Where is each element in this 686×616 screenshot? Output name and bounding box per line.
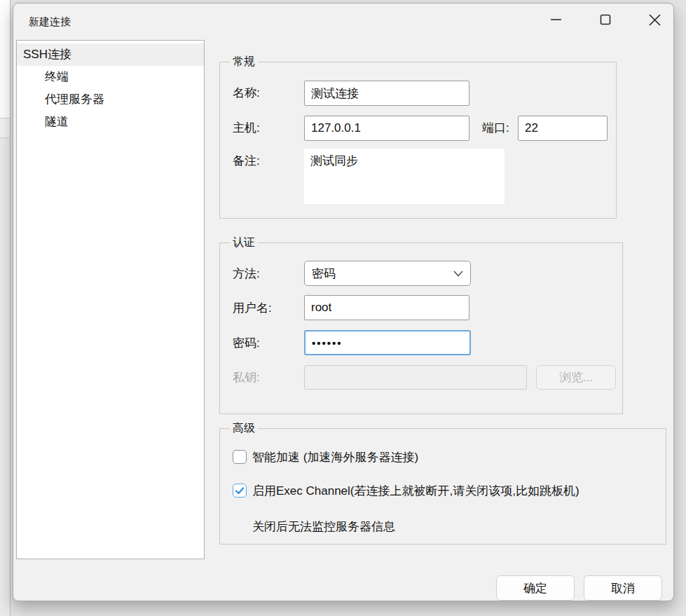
sidebar-item-tunnel[interactable]: 隧道 — [17, 111, 204, 133]
close-icon — [649, 14, 661, 26]
exec-channel-label: 启用Exec Channel(若连接上就被断开,请关闭该项,比如跳板机) — [252, 484, 579, 498]
sidebar-item-ssh-connection[interactable]: SSH连接 — [17, 43, 204, 66]
remark-label: 备注: — [233, 154, 260, 168]
minimize-icon — [551, 14, 562, 25]
minimize-button[interactable] — [540, 8, 572, 32]
background-window-segment — [0, 118, 10, 137]
advanced-group: 高级 智能加速 (加速海外服务器连接) 启用Exec Channel(若连接上就… — [219, 428, 666, 545]
dialog-title: 新建连接 — [29, 15, 71, 29]
port-label: 端口: — [482, 121, 509, 135]
name-label: 名称: — [233, 86, 260, 100]
background-window-segment — [0, 0, 10, 118]
sidebar-item-proxy-server[interactable]: 代理服务器 — [17, 88, 204, 111]
auth-method-value: 密码 — [312, 266, 336, 282]
smart-acceleration-checkbox[interactable] — [233, 450, 247, 464]
advanced-group-legend: 高级 — [230, 421, 258, 435]
auth-group-legend: 认证 — [230, 235, 258, 249]
auth-method-select[interactable]: 密码 — [304, 261, 471, 286]
privatekey-label: 私钥: — [233, 371, 260, 385]
cancel-button[interactable]: 取消 — [584, 575, 662, 601]
close-button[interactable] — [638, 8, 671, 32]
name-input[interactable] — [304, 81, 469, 106]
password-label: 密码: — [233, 336, 260, 350]
port-input[interactable] — [518, 116, 608, 141]
password-input[interactable] — [304, 330, 471, 355]
username-label: 用户名: — [233, 301, 272, 315]
sidebar-item-terminal[interactable]: 终端 — [17, 66, 204, 88]
maximize-icon — [600, 14, 611, 25]
checkmark-icon — [235, 486, 245, 495]
host-label: 主机: — [233, 121, 260, 135]
exec-channel-note: 关闭后无法监控服务器信息 — [252, 519, 395, 535]
general-group: 常规 名称: 主机: 端口: 备注: 测试同步 — [219, 62, 617, 219]
maximize-button[interactable] — [589, 8, 622, 32]
browse-button: 浏览... — [536, 365, 616, 390]
background-window-edge — [0, 0, 11, 616]
host-input[interactable] — [304, 116, 469, 141]
window-controls — [540, 8, 671, 32]
chevron-down-icon — [453, 271, 463, 277]
exec-channel-checkbox[interactable] — [233, 484, 247, 498]
privatekey-input — [304, 365, 527, 390]
new-connection-dialog: 新建连接 SSH连接 终端 代理服务器 隧道 常规 名称: 主机: — [13, 3, 674, 601]
general-group-legend: 常规 — [230, 55, 258, 69]
auth-group: 认证 方法: 密码 用户名: 密码: 私钥: 浏览... — [219, 242, 623, 414]
remark-textarea[interactable]: 测试同步 — [304, 149, 505, 204]
ok-button[interactable]: 确定 — [496, 575, 575, 601]
background-window-segment — [0, 137, 10, 616]
username-input[interactable] — [304, 295, 469, 320]
smart-acceleration-label: 智能加速 (加速海外服务器连接) — [252, 451, 418, 465]
settings-category-list: SSH连接 终端 代理服务器 隧道 — [16, 40, 205, 559]
method-label: 方法: — [233, 267, 260, 281]
